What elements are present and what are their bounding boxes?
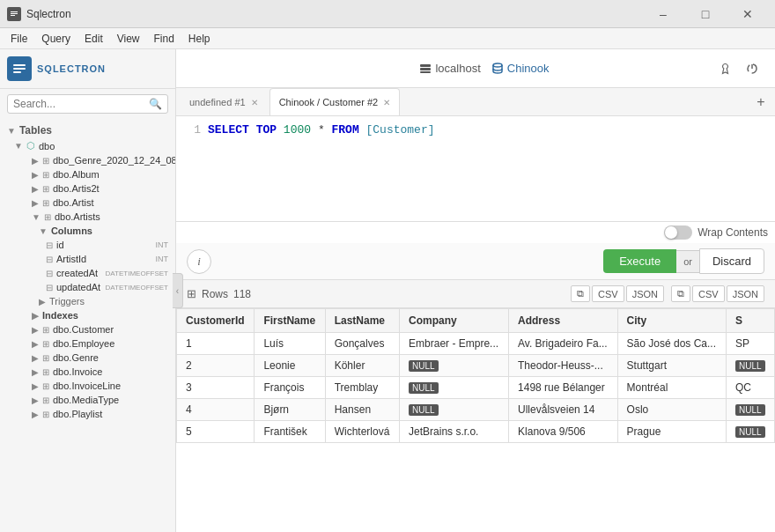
search-bar[interactable]: 🔍 — [7, 94, 168, 114]
cell-company: NULL — [400, 355, 509, 377]
table-employee[interactable]: ▶ ⊞ dbo.Employee — [0, 336, 175, 351]
menu-file[interactable]: File — [4, 31, 34, 47]
power-button[interactable] — [740, 56, 764, 81]
table-invoice[interactable]: ▶ ⊞ dbo.Invoice — [0, 365, 175, 379]
table-genre[interactable]: ▶ ⊞ dbo.Genre — [0, 351, 175, 365]
table-genre-label: dbo_Genre_2020_12_24_08_36_29 — [53, 155, 175, 166]
menu-help[interactable]: Help — [181, 31, 218, 47]
table-icon-4: ▶ — [32, 198, 39, 208]
cell-state: NULL — [726, 421, 774, 443]
cell-id: 1 — [177, 333, 255, 355]
tab-undefined-close[interactable]: ✕ — [251, 98, 258, 107]
wrap-label: Wrap Contents — [698, 226, 768, 239]
settings-button[interactable] — [712, 56, 736, 81]
tab-chinook-close[interactable]: ✕ — [383, 98, 390, 107]
menu-find[interactable]: Find — [147, 31, 181, 47]
close-button[interactable]: ✕ — [727, 0, 768, 28]
search-icon[interactable]: 🔍 — [149, 98, 162, 110]
table-grid-mt: ⊞ — [42, 395, 49, 405]
table-grid-icon-3: ⊞ — [42, 184, 49, 194]
topbar-actions[interactable] — [712, 56, 764, 81]
table-mediatype[interactable]: ▶ ⊞ dbo.MediaType — [0, 393, 175, 407]
svg-rect-3 — [11, 15, 15, 16]
titlebar-controls[interactable]: – □ ✕ — [643, 0, 768, 28]
col-artistid-type: INT — [156, 255, 169, 263]
dbo-item[interactable]: ▼ ⬡ dbo — [0, 138, 175, 153]
results-header: ⊞ Rows 118 ⧉ CSV JSON ⧉ CSV JSON — [176, 280, 775, 308]
table-artists[interactable]: ▼ ⊞ dbo.Artists — [0, 210, 175, 224]
table-artist[interactable]: ▶ ⊞ dbo.Artist — [0, 196, 175, 210]
database-icon — [491, 63, 504, 75]
logo-text: SQLECTRON — [37, 63, 106, 74]
table-invoiceline[interactable]: ▶ ⊞ dbo.InvoiceLine — [0, 379, 175, 393]
rows-count: 118 — [233, 288, 251, 300]
table-invoiceline-label: dbo.InvoiceLine — [53, 381, 168, 391]
info-button[interactable]: i — [187, 249, 211, 274]
col-header-state: S — [726, 309, 774, 333]
app-title: Sqlectron — [26, 8, 71, 20]
json-button-1[interactable]: JSON — [626, 285, 664, 302]
menu-view[interactable]: View — [110, 31, 147, 47]
menu-edit[interactable]: Edit — [78, 31, 110, 47]
execute-group: Execute or Discard — [603, 248, 764, 274]
table-employee-label: dbo.Employee — [53, 338, 168, 349]
copy-button-2[interactable]: ⧉ — [671, 285, 690, 302]
maximize-button[interactable]: □ — [685, 0, 726, 28]
csv-button-1[interactable]: CSV — [592, 285, 624, 302]
search-input[interactable] — [13, 98, 145, 110]
results-tbody: 1 Luís Gonçalves Embraer - Empre... Av. … — [177, 333, 775, 443]
tab-chinook-customer[interactable]: Chinook / Customer #2 ✕ — [269, 88, 401, 115]
table-row: 3 François Tremblay NULL 1498 rue Bélang… — [177, 377, 775, 399]
rows-icon: ⊞ — [187, 287, 196, 300]
csv-button-2[interactable]: CSV — [692, 285, 725, 302]
sidebar-collapse-button[interactable]: ‹ — [173, 273, 183, 308]
table-playlist[interactable]: ▶ ⊞ dbo.Playlist — [0, 407, 175, 421]
app-icon — [7, 7, 21, 21]
copy-button-1[interactable]: ⧉ — [571, 285, 590, 302]
results-table[interactable]: CustomerId FirstName LastName Company Ad… — [176, 308, 775, 532]
kw-top: TOP — [256, 123, 277, 137]
discard-button[interactable]: Discard — [699, 248, 764, 274]
table-dbo-genre[interactable]: ▶ ⊞ dbo_Genre_2020_12_24_08_36_29 — [0, 153, 175, 167]
table-album[interactable]: ▶ ⊞ dbo.Album — [0, 167, 175, 181]
col-header-city: City — [617, 309, 726, 333]
columns-section[interactable]: ▼ Columns — [0, 224, 175, 238]
table-customer[interactable]: ▶ ⊞ dbo.Customer — [0, 322, 175, 336]
wrap-toggle[interactable]: Wrap Contents — [664, 225, 768, 240]
table-grid-c: ⊞ — [42, 325, 49, 335]
line-number: 1 — [183, 123, 201, 137]
cell-firstname: Luís — [255, 333, 325, 355]
titlebar: Sqlectron – □ ✕ — [0, 0, 775, 28]
col-id-label: id — [56, 240, 152, 250]
menu-query[interactable]: Query — [34, 31, 78, 47]
json-button-2[interactable]: JSON — [727, 285, 764, 302]
col-artistid[interactable]: ⊟ ArtistId INT — [0, 252, 175, 266]
cell-address: Klanova 9/506 — [509, 421, 618, 443]
wrap-toggle-switch[interactable] — [664, 225, 692, 240]
svg-rect-6 — [13, 68, 26, 70]
table-icon-5: ▼ — [32, 212, 41, 222]
table-artis2t[interactable]: ▶ ⊞ dbo.Artis2t — [0, 181, 175, 196]
tables-label[interactable]: ▼ Tables — [0, 122, 175, 138]
query-editor[interactable]: 1 SELECT TOP 1000 * FROM [Customer] — [176, 116, 775, 222]
cell-city: Oslo — [617, 399, 726, 421]
indexes-arrow: ▶ — [32, 311, 39, 321]
triggers-section[interactable]: ▶ Triggers — [0, 294, 175, 308]
null-badge: NULL — [409, 382, 439, 394]
indexes-section[interactable]: ▶ Indexes — [0, 308, 175, 322]
tab-undefined[interactable]: undefined #1 ✕ — [180, 88, 268, 115]
table-icon-3: ▶ — [32, 184, 39, 194]
cell-lastname: Wichterlová — [325, 421, 399, 443]
add-tab-button[interactable]: + — [750, 92, 771, 113]
cell-state: QC — [726, 377, 774, 399]
execute-button[interactable]: Execute — [603, 249, 676, 273]
dbo-label: dbo — [39, 141, 168, 151]
sidebar: SQLECTRON 🔍 ▼ Tables ▼ ⬡ dbo — [0, 49, 176, 532]
col-createdat[interactable]: ⊟ createdAt DATETIMEOFFSET — [0, 266, 175, 280]
table-genre-label2: dbo.Genre — [53, 352, 168, 363]
cell-company: NULL — [400, 399, 509, 421]
cell-firstname: Leonie — [255, 355, 325, 377]
col-updatedat[interactable]: ⊟ updatedAt DATETIMEOFFSET — [0, 280, 175, 294]
minimize-button[interactable]: – — [643, 0, 683, 28]
col-id[interactable]: ⊟ id INT — [0, 238, 175, 252]
